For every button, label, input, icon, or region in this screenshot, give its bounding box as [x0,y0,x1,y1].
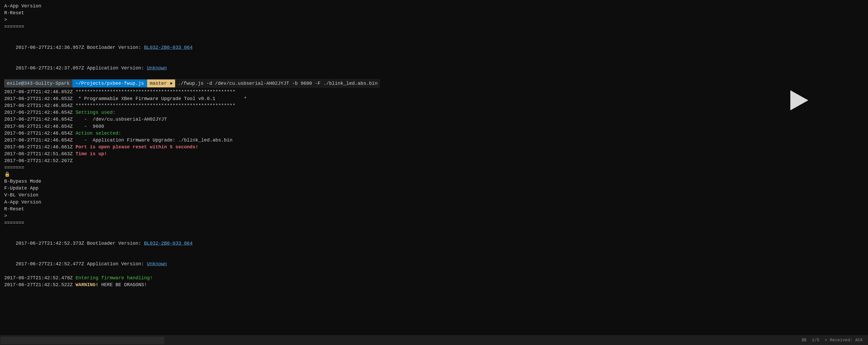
line-sep2: ======= [4,164,864,171]
prompt-path: ~/Projects/pxbee-fwup.js [72,79,147,88]
line-a-app2: A-App Version [4,199,864,206]
app-ver-link-1: Unknown [147,65,167,71]
line-time-up: 2017-06-27T21:42:51.663Z Time is up! [4,150,864,157]
line-r-reset: R-Reset [4,9,864,16]
line-bypass: B-Bypass Mode [4,178,864,185]
play-button[interactable] [789,90,810,111]
line-app-ver2: 2017-06-27T21:42:52.477Z Application Ver… [4,254,864,274]
line-update-app: F-Update App [4,185,864,192]
line-fw-handling: 2017-06-27T21:42:52.478Z Entering firmwa… [4,275,864,281]
line-prompt-gt: > [4,16,864,23]
line-dev: 2017-06-27T21:42:46.654Z - /dev/cu.usbse… [4,116,864,123]
line-app-ver1: 2017-06-27T21:42:37.057Z Application Ver… [4,58,864,78]
prompt-bar: exile@343-Guilty-Spark ~/Projects/pxbee-… [4,79,380,88]
status-received: > Received: ACK [825,337,863,343]
app-ver-link-2: Unknown [147,261,167,267]
line-port-open: 2017-06-27T21:42:46.661Z Port is open pl… [4,144,864,150]
line-warning: 2017-06-27T21:42:52.522Z WARNING! HERE B… [4,281,864,288]
line-baud: 2017-06-27T21:42:46.654Z - 9600 [4,123,864,130]
line-bl-ver: V-BL Version [4,192,864,199]
line-blank2 [4,226,864,233]
line-boot-ver1: 2017-06-27T21:42:36.957Z Bootloader Vers… [4,37,864,58]
line-boot-ver2: 2017-06-27T21:42:52.373Z Bootloader Vers… [4,233,864,254]
prompt-cmd: ./fwup.js -d /dev/cu.usbserial-AH02JYJT … [175,79,380,88]
bootloader-link-2: BL032-2B0-033_064 [144,241,192,246]
status-pagination: 1/5 [812,337,819,343]
bootloader-link-1: BL032-2B0-033_064 [144,45,192,50]
terminal: A-App Version R-Reset > ======= 2017-06-… [0,0,868,345]
line-a-app: A-App Version [4,3,864,9]
play-triangle-icon [790,90,808,110]
line-gt2: > [4,212,864,219]
line-stars1: 2017-06-27T21:42:46.652Z ***************… [4,89,864,95]
line-tool-name: 2017-06-27T21:42:46.653Z * Programmable … [4,95,864,102]
line-number: 35 [801,337,806,343]
prompt-user: exile@343-Guilty-Spark [4,79,72,88]
line-lock: 🔒 [4,171,864,178]
line-ts1: 2017-06-27T21:42:52.267Z [4,157,864,164]
line-blank1 [4,30,864,37]
line-action: 2017-06-27T21:42:46.654Z Action selected… [4,130,864,137]
status-input[interactable] [1,337,164,344]
status-right: 35 1/5 > Received: ACK [801,337,868,343]
prompt-git: master ● [147,79,175,88]
line-stars2: 2017-06-27T21:42:46.654Z ***************… [4,102,864,109]
status-bar: 35 1/5 > Received: ACK [0,336,868,345]
line-r-reset2: R-Reset [4,206,864,212]
line-fw-upgrade: 2017-06-27T21:42:46.654Z - Application F… [4,137,864,144]
line-sep3: ======= [4,219,864,226]
line-sep1: ======= [4,23,864,30]
line-settings: 2017-06-27T21:42:46.654Z Settings used: [4,109,864,116]
